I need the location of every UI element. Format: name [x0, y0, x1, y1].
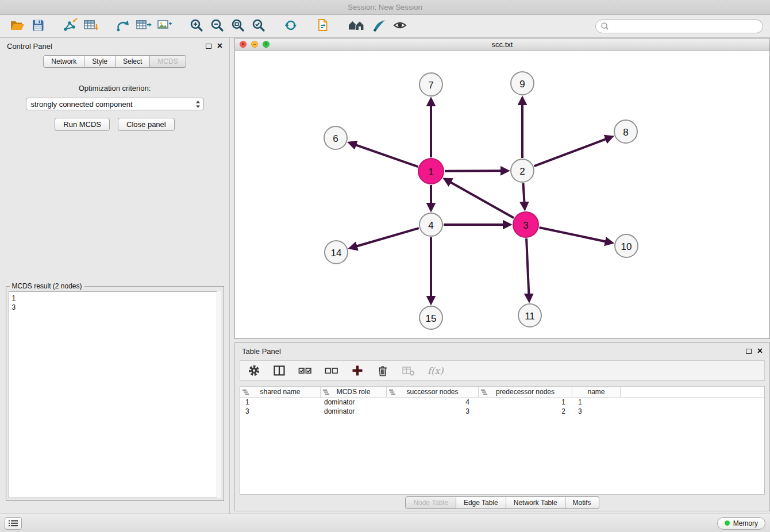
- zoom-in-button[interactable]: [186, 17, 207, 36]
- zoom-selected-button[interactable]: [248, 17, 269, 36]
- export-network-icon: [116, 18, 130, 35]
- control-panel-tabs: Network Style Select MCDS: [0, 54, 229, 71]
- table-toolbar: f(x): [240, 360, 765, 381]
- graph-node-9[interactable]: 9: [511, 72, 534, 95]
- svg-text:6: 6: [333, 133, 338, 144]
- memory-status-icon: [725, 521, 730, 526]
- column-header-name[interactable]: name: [572, 387, 621, 397]
- search-input[interactable]: [612, 22, 758, 30]
- window-titlebar[interactable]: Session: New Session: [0, 0, 770, 15]
- refresh-icon: [283, 18, 298, 35]
- zoom-out-icon: [210, 18, 224, 34]
- column-header-successor-nodes[interactable]: successor nodes: [387, 387, 479, 397]
- graph-edge-2-3[interactable]: [523, 183, 524, 205]
- trash-icon[interactable]: [376, 364, 390, 377]
- graph-edge-3-1[interactable]: [448, 181, 514, 218]
- style-button[interactable]: [369, 17, 390, 36]
- export-table-button[interactable]: [133, 17, 154, 36]
- export-network-button[interactable]: [113, 17, 133, 36]
- import-table-button[interactable]: [80, 17, 101, 36]
- close-panel-button[interactable]: Close panel: [118, 118, 175, 131]
- graph-node-8[interactable]: 8: [614, 120, 637, 143]
- network-canvas[interactable]: 7968124314101511: [235, 51, 769, 338]
- graph-edge-2-8[interactable]: [534, 138, 609, 167]
- graph-node-10[interactable]: 10: [615, 234, 638, 257]
- column-header-predecessor-nodes[interactable]: predecessor nodes: [479, 387, 572, 397]
- select-all-icon[interactable]: [298, 364, 313, 377]
- tab-network-table[interactable]: Network Table: [506, 496, 565, 509]
- tab-select[interactable]: Select: [116, 55, 150, 68]
- graph-node-14[interactable]: 14: [325, 241, 348, 264]
- tab-motifs[interactable]: Motifs: [565, 496, 599, 509]
- graph-node-6[interactable]: 6: [324, 126, 347, 149]
- result-scrollbar[interactable]: [217, 291, 221, 498]
- style-brush-icon: [372, 18, 387, 35]
- clone-network-icon: [316, 18, 330, 35]
- criterion-dropdown[interactable]: strongly connected component: [26, 98, 204, 110]
- memory-label: Memory: [733, 519, 758, 527]
- graph-node-7[interactable]: 7: [419, 73, 442, 96]
- graph-node-2[interactable]: 2: [511, 159, 534, 182]
- export-image-button[interactable]: [154, 17, 175, 36]
- tab-style[interactable]: Style: [84, 55, 116, 68]
- column-header-shared-name[interactable]: shared name: [240, 387, 321, 397]
- memory-button[interactable]: Memory: [717, 517, 765, 530]
- table-row[interactable]: 3 dominator 3 2 3: [240, 407, 764, 416]
- graph-edge-1-2[interactable]: [445, 171, 503, 171]
- deselect-all-icon[interactable]: [324, 364, 339, 377]
- graph-node-11[interactable]: 11: [518, 304, 541, 327]
- zoom-fit-button[interactable]: [228, 17, 248, 36]
- control-panel-header: Control Panel ×: [0, 38, 229, 54]
- minimize-window-button[interactable]: −: [251, 41, 258, 48]
- zoom-in-icon: [190, 18, 203, 34]
- optimization-criterion-label: Optimization criterion:: [79, 84, 151, 92]
- zoom-out-button[interactable]: [207, 17, 228, 36]
- close-panel-icon[interactable]: ×: [217, 43, 222, 49]
- home-button[interactable]: [345, 17, 369, 36]
- add-row-icon[interactable]: [351, 364, 364, 377]
- float-table-panel-icon[interactable]: [746, 349, 752, 354]
- graph-node-4[interactable]: 4: [419, 213, 442, 236]
- dropdown-arrows-icon: [195, 100, 201, 110]
- toolbar-search-box[interactable]: [595, 20, 763, 33]
- column-layout-icon[interactable]: [272, 364, 286, 377]
- refresh-button[interactable]: [280, 17, 301, 36]
- network-window-title: scc.txt: [235, 40, 769, 49]
- zoom-fit-icon: [231, 18, 245, 34]
- float-panel-icon[interactable]: [206, 44, 211, 49]
- tab-edge-table[interactable]: Edge Table: [456, 496, 506, 509]
- graph-edge-3-10[interactable]: [539, 228, 607, 242]
- home-icon: [348, 18, 366, 35]
- column-header-mcds-role[interactable]: MCDS role: [321, 387, 387, 397]
- svg-text:9: 9: [519, 79, 525, 90]
- graph-node-1[interactable]: 1: [418, 159, 444, 184]
- mcds-result-text[interactable]: 1 3: [9, 291, 221, 498]
- save-session-button[interactable]: [28, 17, 48, 36]
- mcds-result-group: MCDS result (2 nodes) 1 3: [6, 286, 224, 501]
- graph-node-3[interactable]: 3: [513, 212, 538, 237]
- table-row[interactable]: 1 dominator 4 1 1: [240, 398, 764, 407]
- eye-icon: [392, 18, 407, 35]
- delete-table-icon: [401, 364, 416, 377]
- run-mcds-button[interactable]: Run MCDS: [55, 118, 110, 131]
- import-table-icon: [83, 18, 99, 35]
- tab-network[interactable]: Network: [43, 55, 84, 68]
- close-window-button[interactable]: ×: [240, 41, 247, 48]
- maximize-window-button[interactable]: +: [263, 41, 270, 48]
- graph-edge-1-6[interactable]: [353, 144, 418, 167]
- tab-node-table[interactable]: Node Table: [405, 496, 456, 509]
- control-panel-title: Control Panel: [7, 42, 52, 51]
- gear-icon[interactable]: [247, 364, 261, 377]
- close-table-panel-icon[interactable]: ×: [757, 348, 763, 354]
- clone-network-button[interactable]: [313, 17, 333, 36]
- show-hide-button[interactable]: [390, 17, 410, 36]
- network-window-titlebar[interactable]: scc.txt × − +: [235, 38, 769, 51]
- graph-edge-4-14[interactable]: [355, 228, 419, 247]
- task-history-button[interactable]: [5, 517, 22, 530]
- graph-edge-3-11[interactable]: [526, 238, 529, 296]
- import-network-button[interactable]: [60, 17, 80, 36]
- svg-text:1: 1: [428, 167, 433, 178]
- tab-mcds[interactable]: MCDS: [150, 55, 186, 68]
- graph-node-15[interactable]: 15: [419, 306, 442, 329]
- open-session-button[interactable]: [7, 17, 28, 36]
